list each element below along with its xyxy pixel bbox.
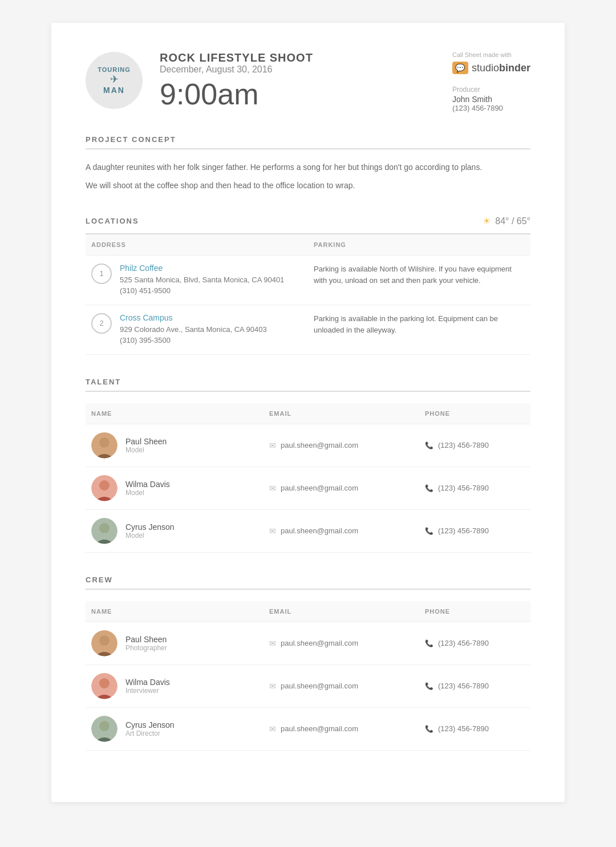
person-email-cell: ✉paul.sheen@gmail.com (264, 622, 419, 664)
person-email-cell: ✉paul.sheen@gmail.com (264, 467, 419, 509)
logo-bottom-text: MAN (103, 86, 125, 95)
person-phone-cell: 📞(123) 456-7890 (419, 509, 530, 552)
project-date: December, August 30, 2016 (160, 64, 313, 75)
person-info: Wilma DavisInterviewer (125, 678, 170, 695)
location-parking: Parking is available in the parking lot.… (308, 305, 530, 354)
concept-section: PROJECT CONCEPT A daughter reunites with… (86, 135, 530, 193)
talent-section: TALENT NAME EMAIL PHONE Paul SheenModel✉… (86, 378, 530, 553)
person-phone: (123) 456-7890 (438, 639, 489, 647)
table-row: Cyrus JensonArt Director✉paul.sheen@gmai… (86, 707, 530, 750)
svg-point-18 (99, 678, 110, 688)
producer-phone: (123) 456-7890 (452, 104, 530, 112)
person-email-cell: ✉paul.sheen@gmail.com (264, 509, 419, 552)
table-row: Cyrus JensonModel✉paul.sheen@gmail.com📞(… (86, 509, 530, 552)
person-role: Model (125, 446, 167, 454)
location-row: 1Philz Coffee525 Santa Monica, Blvd, San… (86, 255, 530, 305)
avatar (91, 630, 117, 656)
person-info: Wilma DavisModel (125, 480, 170, 497)
phone-icon: 📞 (425, 527, 433, 535)
avatar (91, 432, 117, 459)
person-phone: (123) 456-7890 (438, 682, 489, 690)
svg-point-6 (99, 480, 110, 491)
person-phone: (123) 456-7890 (438, 484, 489, 492)
location-parking: Parking is available North of Wilshire. … (308, 255, 530, 305)
email-icon: ✉ (269, 682, 276, 691)
table-row: Paul SheenModel✉paul.sheen@gmail.com📞(12… (86, 424, 530, 467)
crew-section: CREW NAME EMAIL PHONE Paul SheenPhotogra… (86, 576, 530, 751)
person-info: Paul SheenModel (125, 437, 167, 454)
person-email-cell: ✉paul.sheen@gmail.com (264, 664, 419, 707)
person-email: paul.sheen@gmail.com (281, 484, 358, 492)
person-phone-cell: 📞(123) 456-7890 (419, 424, 530, 467)
header-left: TOURING ✈ MAN ROCK LIFESTYLE SHOOT Decem… (86, 51, 313, 109)
logo-circle: TOURING ✈ MAN (86, 52, 143, 109)
person-phone-cell: 📞(123) 456-7890 (419, 467, 530, 509)
person-email: paul.sheen@gmail.com (281, 682, 358, 690)
email-icon: ✉ (269, 441, 276, 450)
person-role: Art Director (125, 730, 175, 737)
talent-col-name: NAME (86, 403, 264, 424)
person-email-cell: ✉paul.sheen@gmail.com (264, 707, 419, 750)
person-role: Photographer (125, 644, 167, 652)
person-name: Paul Sheen (125, 635, 167, 644)
page: TOURING ✈ MAN ROCK LIFESTYLE SHOOT Decem… (51, 23, 565, 802)
avatar (91, 673, 117, 699)
location-phone: (310) 395-3500 (120, 335, 267, 346)
sb-text: studiobinder (472, 62, 530, 74)
person-phone: (123) 456-7890 (438, 441, 489, 449)
person-phone: (123) 456-7890 (438, 724, 489, 733)
person-info: Cyrus JensonModel (125, 522, 175, 540)
location-number: 2 (91, 313, 112, 334)
person-role: Model (125, 489, 170, 497)
header: TOURING ✈ MAN ROCK LIFESTYLE SHOOT Decem… (86, 51, 530, 112)
table-row: Paul SheenPhotographer✉paul.sheen@gmail.… (86, 622, 530, 664)
logo-top-text: TOURING (98, 66, 131, 73)
person-role: Model (125, 532, 175, 540)
location-phone: (310) 451-9500 (120, 285, 284, 297)
locations-header: LOCATIONS ☀ 84° / 65° (86, 216, 530, 226)
concept-title: PROJECT CONCEPT (86, 135, 530, 149)
svg-point-14 (99, 635, 110, 646)
crew-col-name: NAME (86, 601, 264, 622)
person-email: paul.sheen@gmail.com (281, 526, 358, 535)
person-email: paul.sheen@gmail.com (281, 639, 358, 647)
phone-icon: 📞 (425, 441, 433, 449)
person-phone: (123) 456-7890 (438, 526, 489, 535)
loc-col-parking: PARKING (308, 234, 530, 256)
concept-line2: We will shoot at the coffee shop and the… (86, 179, 530, 193)
person-info: Cyrus JensonArt Director (125, 720, 175, 737)
email-icon: ✉ (269, 484, 276, 493)
locations-title: LOCATIONS (86, 217, 139, 225)
talent-col-email: EMAIL (264, 403, 419, 424)
location-name: Philz Coffee (120, 264, 284, 273)
sun-icon: ☀ (483, 216, 491, 226)
avatar (91, 475, 117, 501)
header-right: Call Sheet made with 💬 studiobinder Prod… (452, 51, 530, 112)
weather: ☀ 84° / 65° (483, 216, 530, 226)
person-email-cell: ✉paul.sheen@gmail.com (264, 424, 419, 467)
location-info: Cross Campus929 Colorado Ave., Santa Mon… (120, 313, 267, 346)
made-with-label: Call Sheet made with (452, 51, 530, 58)
crew-col-email: EMAIL (264, 601, 419, 622)
person-name: Cyrus Jenson (125, 522, 175, 532)
table-row: Wilma DavisInterviewer✉paul.sheen@gmail.… (86, 664, 530, 707)
person-name: Wilma Davis (125, 678, 170, 687)
producer-name: John Smith (452, 95, 530, 104)
avatar (91, 518, 117, 544)
table-row: Wilma DavisModel✉paul.sheen@gmail.com📞(1… (86, 467, 530, 509)
locations-section: LOCATIONS ☀ 84° / 65° ADDRESS PARKING 1P… (86, 216, 530, 355)
crew-col-phone: PHONE (419, 601, 530, 622)
studiobinder-logo: 💬 studiobinder (452, 62, 530, 74)
project-info: ROCK LIFESTYLE SHOOT December, August 30… (160, 51, 313, 109)
concept-line1: A daughter reunites with her folk singer… (86, 161, 530, 175)
plane-icon: ✈ (110, 73, 119, 86)
person-email: paul.sheen@gmail.com (281, 724, 358, 733)
call-time: 9:00am (160, 79, 313, 109)
location-address: 929 Colorado Ave., Santa Monica, CA 9040… (120, 324, 267, 335)
email-icon: ✉ (269, 526, 276, 536)
talent-title: TALENT (86, 378, 530, 392)
location-name: Cross Campus (120, 313, 267, 322)
location-info: Philz Coffee525 Santa Monica, Blvd, Sant… (120, 264, 284, 297)
location-row: 2Cross Campus929 Colorado Ave., Santa Mo… (86, 305, 530, 354)
person-name: Paul Sheen (125, 437, 167, 446)
